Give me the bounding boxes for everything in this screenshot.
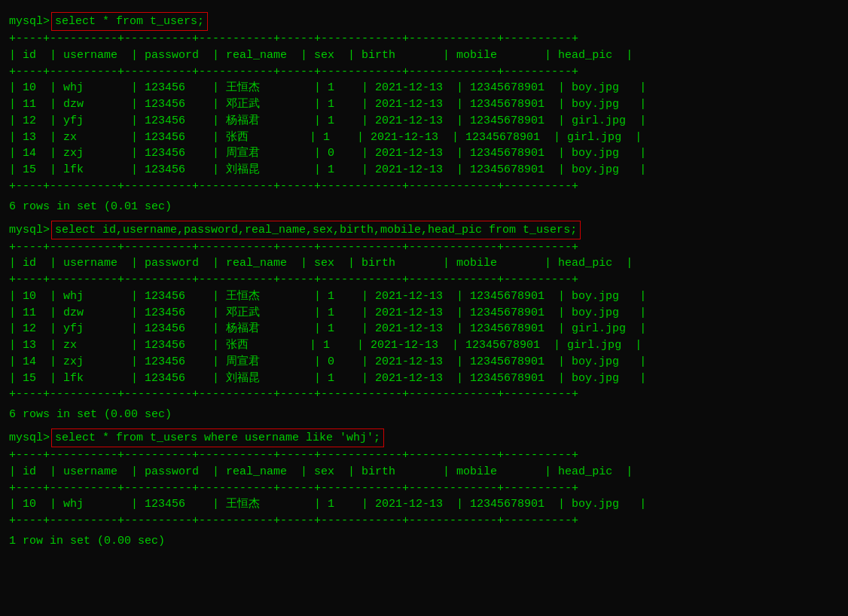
data-row-3-1: | 10 | whj | 123456 | 王恒杰 | 1 | 2021-12-… — [9, 496, 839, 513]
bot-sep-1: +----+----------+----------+-----------+… — [9, 178, 839, 195]
prompt-line-1: mysql> select * from t_users; — [9, 12, 839, 31]
data-row-1-3: | 12 | yfj | 123456 | 杨福君 | 1 | 2021-12-… — [9, 113, 839, 130]
data-row-1-1: | 10 | whj | 123456 | 王恒杰 | 1 | 2021-12-… — [9, 80, 839, 96]
top-sep-1: +----+----------+----------+-----------+… — [9, 31, 839, 47]
header-sep-3: +----+----------+----------+-----------+… — [9, 480, 839, 497]
prompt-3: mysql> — [9, 430, 50, 446]
data-row-2-2: | 11 | dzw | 123456 | 邓正武 | 1 | 2021-12-… — [9, 305, 839, 322]
result-1: 6 rows in set (0.01 sec) — [9, 198, 839, 216]
header-pre-1: | id | username | password | real_name |… — [9, 47, 839, 64]
top-sep-2: +----+----------+----------+-----------+… — [9, 239, 839, 256]
data-row-2-6: | 15 | lfk | 123456 | 刘福昆 | 1 | 2021-12-… — [9, 371, 839, 387]
bot-sep-3: +----+----------+----------+-----------+… — [9, 513, 839, 529]
data-row-1-6: | 15 | lfk | 123456 | 刘福昆 | 1 | 2021-12-… — [9, 162, 839, 178]
prompt-line-2: mysql> select id,username,password,real_… — [9, 221, 839, 239]
data-row-1-5: | 14 | zxj | 123456 | 周宣君 | 0 | 2021-12-… — [9, 145, 839, 162]
data-row-2-3: | 12 | yfj | 123456 | 杨福君 | 1 | 2021-12-… — [9, 321, 839, 337]
result-2: 6 rows in set (0.00 sec) — [9, 406, 839, 424]
query-2: select id,username,password,real_name,se… — [51, 221, 581, 239]
header-pre-2: | id | username | password | real_name |… — [9, 255, 839, 272]
data-row-1-2: | 11 | dzw | 123456 | 邓正武 | 1 | 2021-12-… — [9, 96, 839, 113]
query-1: select * from t_users; — [51, 12, 208, 31]
header-sep-1: +----+----------+----------+-----------+… — [9, 64, 839, 81]
section-3: mysql> select * from t_users where usern… — [9, 428, 839, 550]
query-3: select * from t_users where username lik… — [51, 428, 384, 447]
terminal-window: mysql> select * from t_users;+----+-----… — [6, 6, 842, 558]
bot-sep-2: +----+----------+----------+-----------+… — [9, 386, 839, 403]
data-row-2-5: | 14 | zxj | 123456 | 周宣君 | 0 | 2021-12-… — [9, 354, 839, 371]
section-2: mysql> select id,username,password,real_… — [9, 221, 839, 425]
prompt-1: mysql> — [9, 14, 50, 29]
data-row-1-4: | 13 | zx | 123456 | 张西 | 1 | 2021-12-13… — [9, 130, 839, 146]
prompt-line-3: mysql> select * from t_users where usern… — [9, 428, 839, 447]
section-1: mysql> select * from t_users;+----+-----… — [9, 12, 839, 216]
header-pre-3: | id | username | password | real_name |… — [9, 464, 839, 480]
data-row-2-1: | 10 | whj | 123456 | 王恒杰 | 1 | 2021-12-… — [9, 288, 839, 305]
header-sep-2: +----+----------+----------+-----------+… — [9, 272, 839, 288]
top-sep-3: +----+----------+----------+-----------+… — [9, 447, 839, 464]
result-3: 1 row in set (0.00 sec) — [9, 532, 839, 550]
data-row-2-4: | 13 | zx | 123456 | 张西 | 1 | 2021-12-13… — [9, 337, 839, 354]
prompt-2: mysql> — [9, 222, 50, 238]
